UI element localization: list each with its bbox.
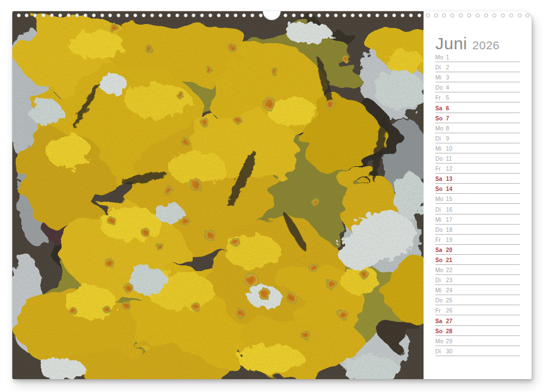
binding-hole [50, 13, 54, 17]
binding-hole [334, 13, 338, 17]
binding-hole [409, 13, 413, 17]
binding-hole [526, 13, 529, 17]
weekday-label: Do [435, 156, 446, 162]
day-number: 5 [446, 95, 449, 101]
day-number: 24 [446, 288, 453, 293]
binding-hole [234, 13, 238, 17]
day-row: Mo15 [435, 194, 520, 204]
weekday-label: Sa [435, 106, 446, 111]
day-number: 30 [446, 349, 453, 354]
binding-hole [342, 13, 346, 17]
day-row: Do18 [435, 225, 520, 235]
weekday-label: So [435, 116, 446, 122]
weekday-label: Mi [435, 146, 446, 152]
weekday-label: So [435, 329, 446, 334]
binding-hole [92, 13, 96, 17]
binding-hole [484, 13, 488, 17]
binding-hole [392, 13, 396, 17]
day-number: 23 [446, 278, 453, 283]
binding-hole [184, 13, 188, 17]
day-row: Fr26 [435, 305, 520, 315]
day-row: Mo8 [435, 123, 520, 133]
binding-hole [142, 13, 146, 17]
day-number: 29 [446, 339, 453, 344]
calendar-page: Juni 2026 Mo1Di2Mi3Do4Fr5Sa6So7Mo8Di9Mi1… [12, 11, 532, 379]
binding-hole [509, 13, 513, 17]
binding-hole [208, 13, 212, 17]
binding-hole [250, 13, 254, 17]
day-row: Di16 [435, 204, 520, 214]
date-list: Mo1Di2Mi3Do4Fr5Sa6So7Mo8Di9Mi10Do11Fr12S… [435, 52, 520, 356]
weekday-label: Mo [435, 55, 446, 60]
day-row: Mi17 [435, 214, 520, 225]
weekday-label: Fr [435, 166, 446, 172]
binding-hole [300, 13, 304, 17]
day-number: 27 [446, 319, 453, 324]
day-row: Di9 [435, 133, 520, 143]
binding-hole [225, 13, 229, 17]
day-number: 28 [446, 329, 453, 334]
binding-hole [283, 13, 287, 17]
weekday-label: Mo [435, 339, 446, 344]
binding-hole [217, 13, 221, 17]
binding-hole [17, 13, 21, 17]
day-number: 22 [446, 268, 453, 273]
binding-hole [100, 13, 104, 17]
binding-hole [476, 13, 480, 17]
binding-hole [359, 13, 362, 17]
binding-hole [501, 13, 505, 17]
day-number: 26 [446, 308, 453, 314]
binding-hole [401, 13, 404, 17]
day-number: 14 [446, 186, 453, 192]
year-label: 2026 [472, 39, 500, 52]
binding-hole [317, 13, 321, 17]
binding-hole [41, 13, 45, 17]
day-row: Fr5 [435, 92, 520, 102]
day-number: 12 [446, 166, 453, 172]
binding-hole [367, 13, 371, 17]
day-row: Di23 [435, 275, 520, 285]
day-row: Do11 [435, 153, 520, 164]
binding-hole [442, 13, 446, 17]
weekday-label: Mo [435, 268, 446, 273]
binding-hole [25, 13, 29, 17]
binding-hole [133, 13, 137, 17]
binding-hole [58, 13, 62, 17]
binding-hole [309, 13, 313, 17]
binding-hole [108, 13, 112, 17]
day-number: 11 [446, 156, 452, 162]
day-number: 9 [446, 136, 449, 142]
binding-hole [426, 13, 430, 17]
day-number: 18 [446, 227, 453, 233]
day-number: 15 [446, 197, 453, 202]
binding-hole [75, 13, 79, 17]
binding-hole [417, 13, 421, 17]
day-number: 8 [446, 126, 449, 132]
weekday-label: Do [435, 298, 446, 304]
calendar-panel: Juni 2026 Mo1Di2Mi3Do4Fr5Sa6So7Mo8Di9Mi1… [424, 11, 532, 379]
weekday-label: Mi [435, 288, 446, 293]
day-row: Fr19 [435, 235, 520, 245]
day-row: Sa6 [435, 102, 520, 113]
binding-hole [67, 13, 71, 17]
binding-hole [450, 13, 454, 17]
weekday-label: Do [435, 227, 446, 233]
binding-hole [117, 13, 120, 17]
day-row: Mo29 [435, 336, 520, 346]
weekday-label: Di [435, 136, 446, 142]
day-row: Fr12 [435, 164, 520, 174]
day-row: Mo1 [435, 52, 520, 62]
weekday-label: Di [435, 278, 446, 283]
day-number: 20 [446, 248, 453, 253]
day-number: 17 [446, 217, 453, 223]
weekday-label: Mo [435, 197, 446, 202]
day-row: Mi3 [435, 72, 520, 82]
weekday-label: Fr [435, 237, 446, 243]
weekday-label: Fr [435, 95, 446, 101]
day-number: 16 [446, 207, 453, 213]
binding-hole [159, 13, 162, 17]
day-number: 7 [446, 116, 449, 122]
weekday-label: So [435, 258, 446, 263]
binding-hole [467, 13, 471, 17]
day-row: Do4 [435, 82, 520, 92]
